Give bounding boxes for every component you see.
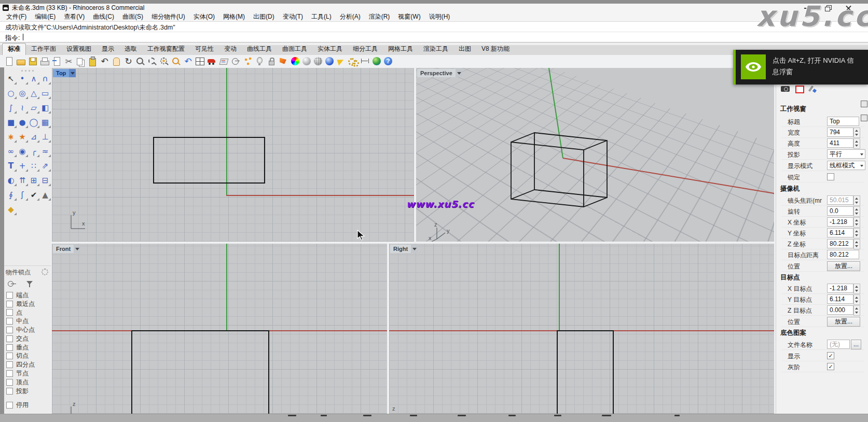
camera-y-input[interactable]: 6.114 <box>827 228 853 237</box>
palette-point-icon[interactable]: • <box>17 73 28 85</box>
menu-item-10[interactable]: 工具(L) <box>307 12 336 22</box>
palette-grip[interactable] <box>4 67 51 73</box>
target-place-button[interactable]: 放置... <box>827 317 860 327</box>
menu-item-0[interactable]: 文件(F) <box>2 12 31 22</box>
zoom-dynamic-icon[interactable] <box>135 56 146 67</box>
osnap-checkbox[interactable] <box>6 318 13 325</box>
palette-blend-icon[interactable]: ≈ <box>40 146 51 157</box>
flag-icon[interactable] <box>336 56 347 67</box>
osnap-row-3[interactable]: 中点 <box>4 317 51 326</box>
earth-icon[interactable] <box>373 57 381 65</box>
filter-icon[interactable] <box>24 280 37 288</box>
menu-item-11[interactable]: 分析(A) <box>336 12 365 22</box>
rotation-stepper[interactable] <box>853 206 860 217</box>
camera-z-stepper[interactable] <box>853 239 860 249</box>
palette-paint-icon[interactable]: ◆ <box>6 204 17 215</box>
render-icon[interactable] <box>278 56 289 67</box>
osnap-checkbox[interactable] <box>6 301 13 307</box>
brush-icon[interactable] <box>808 84 819 93</box>
chevron-down-icon[interactable] <box>456 69 462 77</box>
osnap-row-11[interactable]: 投影 <box>4 387 51 396</box>
menu-item-7[interactable]: 网格(M) <box>219 12 249 22</box>
palette-section-icon[interactable]: ⊟ <box>40 175 51 186</box>
osnap-checkbox[interactable] <box>6 361 13 368</box>
viewport-front[interactable]: Front z <box>52 244 387 414</box>
target-z-stepper[interactable] <box>853 305 860 316</box>
osnap-row-1[interactable]: 最近点 <box>4 300 51 308</box>
palette-solid-union-icon[interactable]: ◐ <box>6 175 17 186</box>
target-distance-input[interactable]: 80.212 <box>827 250 859 259</box>
menu-item-14[interactable]: 说明(H) <box>425 12 454 22</box>
tab-5[interactable]: 工作视窗配置 <box>142 44 190 55</box>
palette-array-icon[interactable]: ∷ <box>29 160 39 172</box>
osnap-row-6[interactable]: 垂点 <box>4 343 51 352</box>
viewport-perspective[interactable]: Perspective zyx <box>416 68 774 242</box>
tab-7[interactable]: 变动 <box>219 44 242 55</box>
menu-item-12[interactable]: 渲染(R) <box>365 12 394 22</box>
osnap-row-0[interactable]: 端点 <box>4 291 51 300</box>
browse-button[interactable]: ... <box>851 340 861 349</box>
viewport-top[interactable]: Top yx <box>52 68 414 242</box>
width-input[interactable]: 794 <box>827 128 853 137</box>
osnap-row-7[interactable]: 切点 <box>4 352 51 361</box>
gear-icon[interactable] <box>42 269 48 275</box>
osnap-snap-icon[interactable] <box>7 280 19 288</box>
tab-0[interactable]: 标准 <box>2 43 26 55</box>
osnap-checkbox[interactable] <box>6 344 13 351</box>
zoom-window-icon[interactable] <box>147 56 158 67</box>
osnap-checkbox[interactable] <box>6 292 13 299</box>
print-icon[interactable] <box>39 56 50 67</box>
palette-sphere-icon[interactable]: ● <box>17 117 28 128</box>
osnap-row-10[interactable]: 顶点 <box>4 378 51 387</box>
menu-item-1[interactable]: 编辑(E) <box>31 12 60 22</box>
shaded-view-icon[interactable] <box>302 57 311 65</box>
camera-y-stepper[interactable] <box>853 228 860 238</box>
zoom-back-icon[interactable]: ↶ <box>183 56 194 67</box>
plan-view-icon[interactable] <box>218 56 229 67</box>
box-wireframe-front[interactable] <box>131 330 269 414</box>
height-stepper[interactable] <box>853 138 860 149</box>
viewport-properties-icon[interactable] <box>794 84 805 93</box>
palette-fillet-icon[interactable]: ∞ <box>6 146 17 157</box>
viewport-front-label[interactable]: Front <box>53 245 80 253</box>
palette-circle-icon[interactable]: ○ <box>6 88 17 99</box>
palette-cone-icon[interactable]: ▲ <box>40 189 51 201</box>
menu-item-2[interactable]: 查看(V) <box>60 12 89 22</box>
tab-8[interactable]: 曲线工具 <box>242 44 277 55</box>
osnap-checkbox[interactable] <box>6 388 13 395</box>
osnap-row-5[interactable]: 交点 <box>4 334 51 343</box>
palette-rect-array-icon[interactable]: ⊞ <box>29 175 39 186</box>
tab-2[interactable]: 设置视图 <box>61 44 97 55</box>
camera-icon[interactable] <box>780 84 791 93</box>
locked-checkbox[interactable] <box>827 173 834 180</box>
camera-x-input[interactable]: -1.218 <box>827 217 853 227</box>
title-input[interactable]: Top <box>827 117 859 126</box>
palette-box-icon[interactable]: ■ <box>6 117 17 128</box>
palette-curve-icon[interactable]: ∫ <box>6 102 17 114</box>
width-stepper[interactable] <box>853 128 860 138</box>
show-checkbox[interactable] <box>827 352 834 359</box>
tab-11[interactable]: 细分工具 <box>348 44 383 55</box>
palette-twist-icon[interactable]: ∮ <box>6 189 17 201</box>
pan-icon[interactable] <box>111 56 122 67</box>
palette-unroll-icon[interactable]: ⊿ <box>29 131 39 143</box>
menu-item-13[interactable]: 视窗(W) <box>394 12 424 22</box>
export-icon[interactable] <box>51 56 62 67</box>
tab-14[interactable]: 出图 <box>453 44 476 55</box>
osnap-checkbox[interactable] <box>6 335 13 342</box>
box-wireframe-right[interactable] <box>557 330 614 414</box>
palette-fillet-curve-icon[interactable]: ╭ <box>29 146 39 157</box>
osnap-row-9[interactable]: 节点 <box>4 369 51 378</box>
height-input[interactable]: 411 <box>827 138 853 148</box>
target-y-input[interactable]: 6.114 <box>827 294 853 304</box>
menu-item-6[interactable]: 实体(O) <box>189 12 219 22</box>
palette-flow-icon[interactable]: ʃ <box>17 189 28 201</box>
save-icon[interactable] <box>27 56 38 67</box>
target-x-stepper[interactable] <box>853 284 860 294</box>
color-wheel-icon[interactable] <box>291 57 299 65</box>
tab-10[interactable]: 实体工具 <box>312 44 348 55</box>
nvidia-overlay[interactable]: 点击 Alt+Z, 打开 NVIDIA 信 息浮窗 <box>733 50 868 85</box>
viewport-top-label[interactable]: Top <box>53 69 76 77</box>
palette-boolean-icon[interactable]: ◉ <box>17 146 28 157</box>
target-z-input[interactable]: 0.000 <box>827 305 853 315</box>
